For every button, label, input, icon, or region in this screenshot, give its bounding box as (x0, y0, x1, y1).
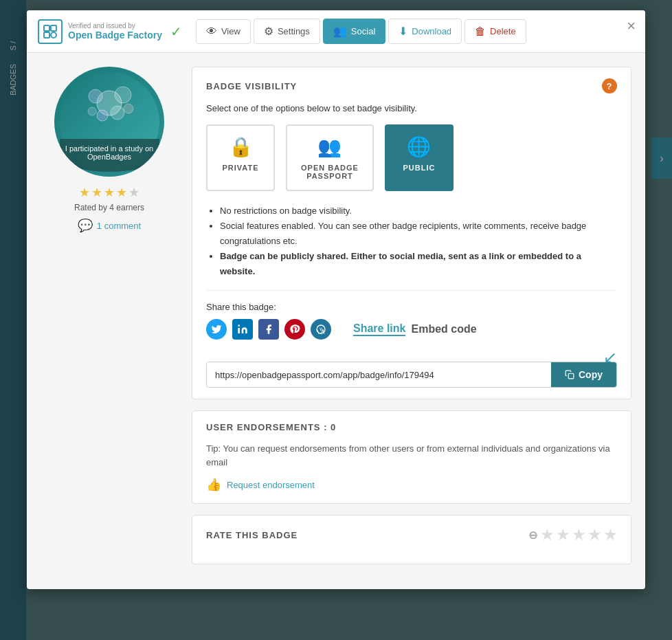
nav-tabs: 👁 View ⚙ Settings 👥 Social ⬇ Download 🗑 (196, 19, 526, 44)
rate-badge-section: RATE THIS BADGE ⊖ ★ ★ ★ ★ ★ (192, 515, 631, 564)
rate-star-3[interactable]: ★ (572, 527, 585, 543)
visibility-private[interactable]: 🔒 PRIVATE (206, 124, 275, 191)
rate-stars: ⊖ ★ ★ ★ ★ ★ (528, 527, 617, 543)
obp-icon: 👥 (317, 135, 341, 158)
tab-settings-label: Settings (278, 26, 310, 36)
endorsements-section: USER ENDORSEMENTS : 0 Tip: You can reque… (192, 410, 631, 504)
pinterest-icon[interactable] (284, 319, 305, 340)
modal: Verified and issued by Open Badge Factor… (27, 10, 645, 589)
badge-circle-inner: I participated in a study on OpenBadges (60, 72, 159, 172)
svg-rect-1 (51, 25, 56, 31)
tab-download-label: Download (412, 26, 451, 36)
svg-point-11 (238, 325, 240, 327)
settings-icon: ⚙ (264, 25, 273, 38)
modal-overlay: Verified and issued by Open Badge Factor… (0, 0, 672, 640)
badge-circle: I participated in a study on OpenBadges (54, 67, 164, 177)
modal-header: Verified and issued by Open Badge Factor… (27, 10, 645, 53)
view-icon: 👁 (206, 25, 217, 38)
comment-link[interactable]: 1 comment (97, 221, 141, 231)
private-label: PRIVATE (222, 164, 258, 172)
copy-row: Copy (206, 362, 617, 388)
visibility-description: Select one of the options below to set b… (206, 103, 617, 113)
obp-label: OPEN BADGEPASSPORT (301, 164, 359, 180)
tab-download[interactable]: ⬇ Download (388, 19, 462, 44)
copy-button[interactable]: Copy (551, 362, 616, 387)
rate-star-4[interactable]: ★ (588, 527, 601, 543)
request-label: Request endorsement (227, 480, 315, 490)
tip-text: Tip: You can request endorsements from o… (206, 442, 617, 469)
visibility-obp[interactable]: 👥 OPEN BADGEPASSPORT (286, 124, 374, 191)
svg-rect-0 (44, 25, 49, 31)
modal-body: I participated in a study on OpenBadges … (27, 53, 645, 589)
private-icon: 🔒 (229, 135, 253, 158)
logo-area: Verified and issued by Open Badge Factor… (38, 19, 182, 44)
endorsements-title: USER ENDORSEMENTS : 0 (206, 422, 617, 432)
copy-label: Copy (579, 369, 603, 380)
star-1: ★ (79, 185, 90, 200)
svg-point-10 (124, 104, 133, 113)
request-endorsement-link[interactable]: 👍 Request endorsement (206, 477, 617, 492)
svg-point-3 (51, 32, 56, 38)
share-link-tab[interactable]: Share link (353, 322, 405, 336)
close-button[interactable]: × (627, 19, 636, 34)
twitter-icon[interactable] (206, 319, 227, 340)
share-title: Share this badge: (206, 302, 617, 312)
rate-star-2[interactable]: ★ (557, 527, 570, 543)
verified-text: Verified and issued by (68, 22, 162, 30)
comment-row: 💬 1 comment (78, 218, 141, 233)
bullet-3: Badge can be publicly shared. Either to … (220, 249, 617, 279)
bullet-1: No restrictions on badge visibility. (220, 203, 617, 219)
share-url-input[interactable] (207, 362, 551, 387)
social-tab-icon: 👥 (333, 25, 347, 38)
main-content: BADGE VISIBILITY ? Select one of the opt… (192, 67, 631, 575)
tab-delete-label: Delete (490, 26, 516, 36)
social-icons-row: Share link Embed code (206, 319, 617, 340)
check-icon: ✓ (170, 23, 182, 40)
svg-point-8 (111, 106, 124, 120)
wordpress-icon[interactable] (311, 319, 331, 340)
badge-visibility-title: BADGE VISIBILITY ? (206, 78, 617, 93)
share-section: Share this badge: (206, 290, 617, 388)
tab-social[interactable]: 👥 Social (323, 19, 385, 44)
star-2: ★ (91, 185, 102, 200)
svg-point-7 (97, 110, 108, 121)
tab-delete[interactable]: 🗑 Delete (464, 19, 526, 44)
badge-visibility-section: BADGE VISIBILITY ? Select one of the opt… (192, 67, 631, 399)
badge-label: I participated in a study on OpenBadges (60, 139, 159, 172)
public-label: PUBLIC (403, 164, 435, 172)
visibility-bullets: No restrictions on badge visibility. Soc… (206, 203, 617, 279)
tab-social-label: Social (351, 26, 375, 36)
star-5: ★ (128, 185, 139, 200)
rate-star-5[interactable]: ★ (604, 527, 617, 543)
star-3: ★ (104, 185, 115, 200)
facebook-icon[interactable] (258, 319, 279, 340)
badge-sidebar: I participated in a study on OpenBadges … (41, 67, 178, 575)
delete-icon: 🗑 (475, 25, 486, 38)
logo-text: Verified and issued by Open Badge Factor… (68, 22, 162, 41)
comment-icon: 💬 (78, 218, 93, 233)
svg-point-9 (88, 107, 96, 115)
tab-settings[interactable]: ⚙ Settings (254, 19, 320, 44)
rated-text: Rated by 4 earners (74, 203, 144, 212)
star-4: ★ (116, 185, 127, 200)
logo-box (38, 19, 63, 44)
thumbs-up-icon: 👍 (206, 477, 221, 492)
brand-name: Open Badge Factory (68, 30, 162, 41)
help-icon[interactable]: ? (602, 78, 617, 93)
rate-star-1[interactable]: ★ (541, 527, 554, 543)
tab-view-label: View (221, 26, 240, 36)
svg-point-5 (89, 89, 102, 103)
download-icon: ⬇ (399, 25, 407, 38)
embed-code-tab[interactable]: Embed code (411, 323, 476, 335)
tab-view[interactable]: 👁 View (196, 19, 251, 44)
reset-icon[interactable]: ⊖ (528, 529, 538, 542)
svg-point-6 (115, 87, 131, 103)
bullet-2: Social features enabled. You can see oth… (220, 219, 617, 249)
visibility-options: 🔒 PRIVATE 👥 OPEN BADGEPASSPORT 🌐 PUBLIC (206, 124, 617, 191)
linkedin-icon[interactable] (232, 319, 253, 340)
public-icon: 🌐 (407, 135, 431, 158)
rate-badge-title: RATE THIS BADGE ⊖ ★ ★ ★ ★ ★ (206, 527, 617, 543)
visibility-public[interactable]: 🌐 PUBLIC (385, 124, 453, 191)
svg-rect-2 (44, 32, 49, 38)
svg-rect-13 (568, 374, 574, 379)
